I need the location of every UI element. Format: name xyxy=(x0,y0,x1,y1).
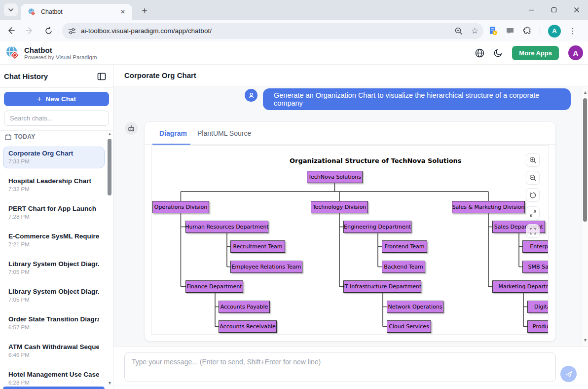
new-tab-button[interactable]: + xyxy=(138,4,151,17)
send-button[interactable] xyxy=(560,366,577,382)
tab-close-icon[interactable]: ✕ xyxy=(118,7,127,16)
diagram-viewport[interactable]: Organizational Structure of TechNova Sol… xyxy=(151,145,549,335)
site-settings-icon xyxy=(68,27,76,35)
chat-history-item[interactable]: PERT Chart for App Launch 7:28 PM xyxy=(3,202,105,224)
partially-visible-chat-item[interactable] xyxy=(3,387,105,389)
toolbar-divider xyxy=(540,27,540,36)
person-icon xyxy=(248,92,255,99)
chat-history-sidebar: Chat History +New Chat TODAY Corporate O… xyxy=(0,65,113,389)
chat-scroll-up-arrow[interactable]: ▲ xyxy=(583,90,588,95)
tab-diagram[interactable]: Diagram xyxy=(159,122,187,145)
fullscreen-button[interactable] xyxy=(526,206,540,220)
reload-button[interactable] xyxy=(40,23,56,39)
org-node[interactable]: Accounts Payable xyxy=(219,301,270,313)
browser-menu-icon[interactable]: ⋮ xyxy=(569,26,577,36)
browser-profile-avatar[interactable]: A xyxy=(548,25,561,38)
conversation-title-bar: Corporate Org Chart xyxy=(113,65,588,86)
url-text: ai-toolbox.visual-paradigm.com/app/chatb… xyxy=(81,27,454,35)
org-node[interactable]: SMB Sales xyxy=(522,261,549,273)
chat-time: 7:05 PM xyxy=(8,269,99,275)
chat-scroll-down-arrow[interactable]: ▼ xyxy=(583,338,588,343)
chat-time: 7:33 PM xyxy=(8,158,99,164)
reset-icon xyxy=(529,192,537,199)
org-node[interactable]: TechNova Solutions xyxy=(307,171,363,183)
window-minimize-button[interactable] xyxy=(520,0,543,20)
fit-view-button[interactable] xyxy=(526,224,540,238)
zoom-out-button[interactable] xyxy=(526,171,540,185)
sidebar-collapse-button[interactable] xyxy=(97,72,106,81)
org-node[interactable]: Enterprise Sales xyxy=(522,240,549,253)
chat-history-item[interactable]: Library System Object Diagr... 7:05 PM xyxy=(3,285,105,307)
org-node[interactable]: Network Operations xyxy=(387,301,443,313)
chat-scrollbar[interactable]: ▲ ▼ xyxy=(581,86,588,347)
message-input-area xyxy=(113,347,588,389)
chat-extension-icon[interactable] xyxy=(506,27,514,36)
sidebar-toggle-icon xyxy=(97,72,106,81)
org-node[interactable]: Employee Relations Team xyxy=(230,261,302,273)
org-node[interactable]: Human Resources Department xyxy=(185,221,268,233)
chat-title: Hospital Leadership Chart xyxy=(8,177,99,185)
sidebar-scrollbar-thumb[interactable] xyxy=(108,139,111,195)
chat-history-item[interactable]: ATM Cash Withdrawal Seque... 6:46 PM xyxy=(3,340,105,362)
org-node[interactable]: Digital Marketing xyxy=(527,301,549,313)
org-node[interactable]: Accounts Receivable xyxy=(219,320,277,333)
tab-plantuml-source[interactable]: PlantUML Source xyxy=(197,122,251,145)
sidebar-scroll-down-arrow[interactable]: ▼ xyxy=(108,381,112,386)
chat-title: PERT Chart for App Launch xyxy=(8,205,99,212)
language-globe-icon[interactable] xyxy=(475,48,484,58)
chat-time: 7:21 PM xyxy=(8,241,99,247)
visual-paradigm-link[interactable]: Visual Paradigm xyxy=(56,54,97,60)
chat-history-item[interactable]: Order State Transition Diagra... 6:57 PM xyxy=(3,312,105,334)
dark-mode-moon-icon[interactable] xyxy=(494,48,503,57)
user-account-avatar[interactable]: A xyxy=(568,45,583,60)
org-node[interactable]: Cloud Services xyxy=(387,320,431,333)
bookmark-star-icon[interactable]: ☆ xyxy=(471,26,478,36)
chat-time: 7:05 PM xyxy=(8,297,99,303)
window-maximize-button[interactable] xyxy=(543,0,565,20)
chat-history-item[interactable]: Library System Object Diagr... 7:05 PM xyxy=(3,257,105,279)
forward-icon xyxy=(25,26,34,35)
chat-history-item[interactable]: Hotel Management Use Case 6:28 PM xyxy=(3,368,105,389)
org-node[interactable]: Sales & Marketing Division xyxy=(452,201,525,213)
reload-icon xyxy=(44,27,53,35)
back-icon xyxy=(6,26,15,35)
more-apps-button[interactable]: More Apps xyxy=(512,46,559,60)
org-node[interactable]: Backend Team xyxy=(382,261,425,273)
org-node[interactable]: Frontend Team xyxy=(382,240,427,253)
org-node[interactable]: Technology Division xyxy=(311,201,368,213)
url-bar[interactable]: ai-toolbox.visual-paradigm.com/app/chatb… xyxy=(62,23,483,39)
chat-history-item[interactable]: Hospital Leadership Chart 7:32 PM xyxy=(3,174,105,196)
diagram-tabs: Diagram PlantUML Source xyxy=(145,122,555,145)
chat-time: 6:28 PM xyxy=(8,380,99,386)
chat-history-item[interactable]: Corporate Org Chart 7:33 PM xyxy=(3,147,105,168)
org-node[interactable]: Engineering Department xyxy=(343,221,411,233)
user-avatar xyxy=(245,89,257,102)
favicon xyxy=(28,8,36,16)
sidebar-scroll-up-arrow[interactable]: ▲ xyxy=(108,132,112,136)
docs-extension-icon[interactable] xyxy=(488,26,498,36)
zoom-level-icon[interactable] xyxy=(454,27,463,36)
browser-tab[interactable]: Chatbot ✕ xyxy=(21,4,132,20)
back-button[interactable] xyxy=(3,23,19,39)
message-input[interactable] xyxy=(124,352,556,382)
org-node[interactable]: Recruitment Team xyxy=(230,240,285,253)
maximize-icon xyxy=(551,7,557,13)
chat-scrollbar-thumb[interactable] xyxy=(583,98,587,222)
search-chats-input[interactable] xyxy=(4,111,109,126)
tab-search-button[interactable] xyxy=(4,3,18,16)
zoom-in-button[interactable] xyxy=(526,153,540,167)
new-chat-button[interactable]: +New Chat xyxy=(4,92,109,106)
forward-button[interactable] xyxy=(22,23,37,39)
window-close-button[interactable] xyxy=(565,0,588,20)
org-node[interactable]: Operations Division xyxy=(152,201,209,213)
chat-title: Corporate Org Chart xyxy=(8,150,99,157)
org-node[interactable]: Product Marketing xyxy=(527,320,549,333)
chat-message-area: Generate an Organization Chart to visual… xyxy=(113,86,588,347)
reset-view-button[interactable] xyxy=(526,188,540,202)
org-node[interactable]: IT Infrastructure Department xyxy=(343,280,421,293)
chat-history-item[interactable]: E-Commerce SysML Require... 7:21 PM xyxy=(3,230,105,251)
org-node[interactable]: Marketing Department xyxy=(492,280,549,293)
extensions-puzzle-icon[interactable] xyxy=(522,26,532,36)
robot-icon xyxy=(127,124,135,132)
org-node[interactable]: Finance Department xyxy=(185,280,243,293)
